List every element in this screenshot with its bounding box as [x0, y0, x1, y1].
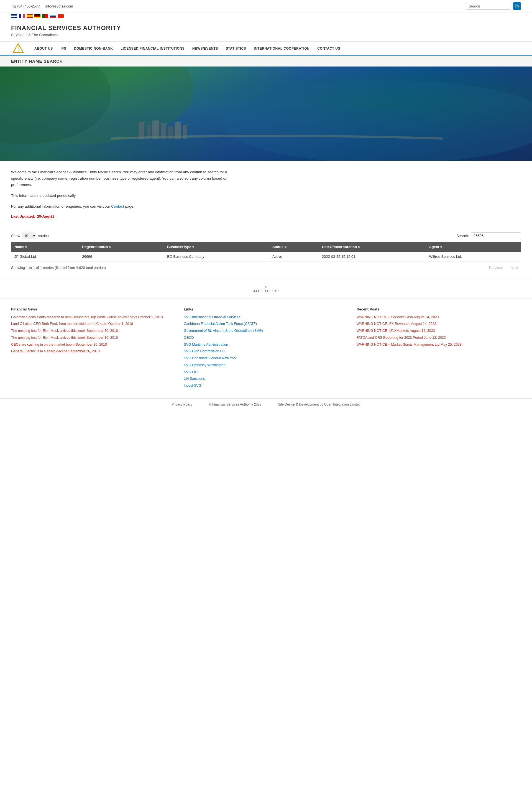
- nav-contact-us[interactable]: CONTACT US: [314, 42, 344, 55]
- nav-about-us[interactable]: ABOUT US: [31, 42, 57, 55]
- cell-name: JP Global Ltd: [11, 252, 79, 262]
- footer-link[interactable]: SVG International Financial Services: [184, 315, 240, 319]
- recent-post-item: FATCA and CRS Reporting for 2022 Period …: [357, 335, 521, 340]
- footer-link[interactable]: SVG Embassy Washington: [184, 363, 225, 367]
- news-link[interactable]: General Electric is in a sharp decline S…: [11, 349, 100, 353]
- navigation-wrapper: ABOUT US IFS DOMESTIC NON-BANK LICENSED …: [0, 41, 532, 55]
- recent-post-item: WARNING NOTICE- UNXMarkets August 14, 20…: [357, 328, 521, 334]
- footer-financial-news: Financial News Goldman Sachs slants rese…: [11, 307, 175, 390]
- svg-rect-8: [152, 120, 159, 138]
- flag-cn[interactable]: [58, 14, 64, 18]
- link-item: Invest SVG: [184, 383, 348, 388]
- top-bar-right: in: [466, 2, 521, 10]
- col-reg-no[interactable]: RegistrationNo: [79, 242, 164, 252]
- footer-recent-posts: Recent Posts WARNING NOTICE – SqueezeCas…: [357, 307, 521, 390]
- showing-text: Showing 1 to 1 of 1 entries (filtered fr…: [11, 265, 106, 270]
- news-link[interactable]: CEOs are cashing in on the market boom S…: [11, 343, 107, 347]
- language-bar: [0, 13, 532, 20]
- flag-de[interactable]: [34, 14, 40, 18]
- show-entries: Show 10 25 50 100 entries: [11, 232, 49, 239]
- footer-link[interactable]: OECD: [184, 336, 194, 340]
- recent-post-link[interactable]: FATCA and CRS Reporting for 2022 Period …: [357, 336, 446, 340]
- phone-number: +1(784) 456-2577: [11, 4, 40, 8]
- flag-en[interactable]: [11, 14, 17, 18]
- nav-domestic-non-bank[interactable]: DOMESTIC NON-BANK: [70, 42, 117, 55]
- recent-post-link[interactable]: WARNING NOTICE- FX Revenues August 14, 2…: [357, 322, 436, 326]
- flag-es[interactable]: [26, 14, 33, 18]
- footer-link[interactable]: Invest SVG: [184, 383, 201, 388]
- recent-post-link[interactable]: WARNING NOTICE – SqueezeCash August 24, …: [357, 315, 439, 319]
- svg-point-15: [166, 123, 167, 124]
- main-nav: ABOUT US IFS DOMESTIC NON-BANK LICENSED …: [31, 42, 344, 55]
- logo-mark: [11, 42, 25, 55]
- footer-columns: Financial News Goldman Sachs slants rese…: [0, 299, 532, 398]
- link-item: OECD: [184, 335, 348, 340]
- link-item: SVG International Financial Services: [184, 315, 348, 320]
- nav-licensed-fi[interactable]: LICENSED FINANCIAL INSTITUTIONS: [117, 42, 188, 55]
- footer-links: Links SVG International Financial Servic…: [184, 307, 348, 390]
- recent-post-link[interactable]: WARNING NOTICE- UNXMarkets August 14, 20…: [357, 329, 435, 333]
- table-header-row: Name RegistrationNo BusinessType Status …: [11, 242, 521, 252]
- footer-link[interactable]: Caribbean Financial Action Task Force (C…: [184, 322, 257, 326]
- copyright: © Financial Services Authority 2023: [209, 402, 262, 406]
- news-item: CEOs are cashing in on the market boom S…: [11, 342, 175, 347]
- cell-date-inc: 2022-03-25 15:15:01: [319, 252, 426, 262]
- recent-post-link[interactable]: WARNING NOTICE – Market Giants Managemen…: [357, 343, 462, 347]
- news-item: Goldman Sachs slants research to help De…: [11, 315, 175, 320]
- datatable-wrapper: Show 10 25 50 100 entries Search: Name R…: [0, 232, 532, 279]
- link-item: SVG High Commission UK: [184, 349, 348, 354]
- news-link[interactable]: The next big test for Elon Musk arrives …: [11, 329, 118, 333]
- privacy-policy-link[interactable]: Privacy Policy: [172, 402, 192, 406]
- link-item: SVG Consulate General New York: [184, 356, 348, 361]
- links-heading: Links: [184, 307, 348, 311]
- link-item: Government of St. Vincent & the Grenadin…: [184, 328, 348, 334]
- header-search-input[interactable]: [466, 3, 510, 10]
- table-search-input[interactable]: [471, 232, 521, 239]
- flag-ru[interactable]: [50, 14, 56, 18]
- page-title-bar: ENTITY NAME SEARCH: [0, 55, 532, 67]
- prev-button[interactable]: Previous: [486, 264, 506, 271]
- svg-point-16: [177, 121, 178, 123]
- back-to-top[interactable]: ∧ BACK TO TOP: [0, 279, 532, 299]
- news-item: General Electric is in a sharp decline S…: [11, 349, 175, 354]
- news-link[interactable]: Goldman Sachs slants research to help De…: [11, 315, 163, 319]
- nav-ifs[interactable]: IFS: [57, 42, 70, 55]
- footer-link[interactable]: Government of St. Vincent & the Grenadin…: [184, 329, 263, 333]
- col-status[interactable]: Status: [269, 242, 319, 252]
- entity-table: Name RegistrationNo BusinessType Status …: [11, 242, 521, 262]
- bottom-footer: Privacy Policy © Financial Services Auth…: [0, 398, 532, 410]
- col-business-type[interactable]: BusinessType: [164, 242, 269, 252]
- flag-pt[interactable]: [42, 14, 48, 18]
- news-list: Goldman Sachs slants research to help De…: [11, 315, 175, 354]
- svg-point-14: [155, 120, 156, 121]
- nav-statistics[interactable]: STATISTICS: [222, 42, 250, 55]
- footer-link[interactable]: SVG Consulate General New York: [184, 356, 236, 360]
- main-content: Welcome to the Financial Services Author…: [0, 161, 249, 232]
- news-link[interactable]: Land O'Lakes CEO Beth Ford, from the cor…: [11, 322, 133, 326]
- news-item: The next big test for Elon Musk arrives …: [11, 328, 175, 334]
- logo-svg: [12, 42, 24, 55]
- col-agent[interactable]: Agent: [425, 242, 521, 252]
- datatable-footer: Showing 1 to 1 of 1 entries (filtered fr…: [11, 264, 521, 271]
- contact-link[interactable]: Contact: [111, 204, 124, 208]
- table-row: JP Global Ltd 26696 BC-Business Company …: [11, 252, 521, 262]
- svg-point-17: [188, 124, 189, 125]
- show-entries-select[interactable]: 10 25 50 100: [22, 232, 36, 239]
- footer-link[interactable]: UN Sanctions: [184, 377, 205, 380]
- cell-business-type: BC-Business Company: [164, 252, 269, 262]
- financial-news-heading: Financial News: [11, 307, 175, 311]
- footer-link[interactable]: SVG Maritime Administration: [184, 343, 228, 347]
- nav-intl-coop[interactable]: INTERNATIONAL COOPERATION: [250, 42, 314, 55]
- flag-fr[interactable]: [19, 14, 25, 18]
- footer-link[interactable]: SVG FIU: [184, 370, 197, 374]
- linkedin-link[interactable]: in: [513, 2, 521, 10]
- links-list: SVG International Financial ServicesCari…: [184, 315, 348, 388]
- next-button[interactable]: Next: [508, 264, 521, 271]
- nav-news-events[interactable]: NEWS/EVENTS: [188, 42, 222, 55]
- dev-credit: Site Design & Development by Open Integr…: [278, 402, 360, 406]
- col-name[interactable]: Name: [11, 242, 79, 252]
- col-date-inc[interactable]: DateOfIncorporation: [319, 242, 426, 252]
- link-item: SVG Maritime Administration: [184, 342, 348, 347]
- footer-link[interactable]: SVG High Commission UK: [184, 349, 225, 353]
- news-link[interactable]: The next big test for Elon Musk arrives …: [11, 336, 118, 340]
